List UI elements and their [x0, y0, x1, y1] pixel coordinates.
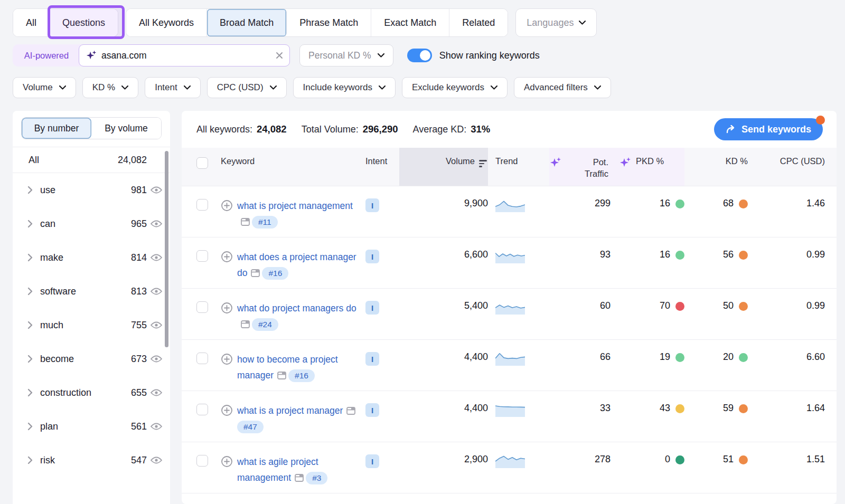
serp-features-icon[interactable] — [241, 320, 250, 328]
sidebar-group-item[interactable]: software 813 — [13, 274, 170, 308]
ranking-position-badge[interactable]: #11 — [252, 216, 278, 229]
sidebar-group-item[interactable]: use 981 — [13, 173, 170, 207]
add-keyword-icon[interactable] — [221, 199, 233, 212]
header-pkd[interactable]: PKD % — [611, 148, 684, 186]
filter-advanced[interactable]: Advanced filters — [514, 77, 611, 98]
header-intent[interactable]: Intent — [365, 148, 399, 186]
eye-icon[interactable] — [150, 355, 163, 363]
sidebar-group-item[interactable]: become 673 — [13, 342, 170, 376]
row-checkbox[interactable] — [196, 353, 208, 364]
intent-badge[interactable]: I — [365, 403, 379, 417]
row-checkbox[interactable] — [196, 404, 208, 415]
sidebar-item-all[interactable]: All 24,082 — [13, 147, 170, 173]
eye-icon[interactable] — [150, 287, 163, 296]
personal-kd-dropdown[interactable]: Personal KD % — [299, 44, 393, 66]
languages-dropdown[interactable]: Languages — [515, 8, 597, 37]
sidebar-group-item[interactable]: plan 561 — [13, 410, 170, 443]
search-input[interactable] — [101, 50, 276, 61]
select-all-checkbox[interactable] — [196, 157, 208, 169]
intent-badge[interactable]: I — [365, 454, 379, 468]
filter-include-keywords[interactable]: Include keywords — [293, 77, 396, 98]
header-cpc[interactable]: CPC (USD) — [748, 148, 825, 186]
eye-icon[interactable] — [150, 321, 163, 329]
pkd-value: 0 — [665, 454, 670, 465]
keyword-link[interactable]: what is project management — [237, 201, 353, 211]
row-checkbox[interactable] — [196, 250, 208, 262]
eye-icon[interactable] — [150, 253, 163, 262]
eye-icon[interactable] — [150, 422, 163, 431]
tab-all-keywords[interactable]: All Keywords — [126, 9, 207, 36]
sidebar-group-item[interactable]: risk 547 — [13, 443, 170, 477]
tab-broad-match[interactable]: Broad Match — [207, 9, 287, 36]
tab-phrase-match[interactable]: Phrase Match — [287, 9, 371, 36]
row-checkbox[interactable] — [196, 301, 208, 313]
chevron-down-icon — [379, 85, 386, 90]
header-intent-label: Intent — [365, 156, 387, 166]
ranking-position-badge[interactable]: #3 — [306, 472, 327, 484]
header-trend[interactable]: Trend — [488, 148, 549, 186]
intent-badge[interactable]: I — [365, 250, 379, 263]
filter-cpc[interactable]: CPC (USD) — [207, 77, 287, 98]
eye-icon[interactable] — [150, 388, 163, 397]
header-kd[interactable]: KD % — [684, 148, 748, 186]
pkd-value: 43 — [660, 403, 670, 414]
sidebar-group-item[interactable]: can 965 — [13, 207, 170, 241]
tab-by-number[interactable]: By number — [22, 118, 91, 139]
keyword-link[interactable]: what is a project manager — [237, 405, 343, 416]
tab-questions[interactable]: Questions — [50, 9, 118, 36]
ranking-position-badge[interactable]: #16 — [288, 369, 315, 382]
serp-features-icon[interactable] — [241, 218, 250, 226]
filter-exclude-keywords[interactable]: Exclude keywords — [402, 77, 508, 98]
ai-search-wrapper: AI-powered — [13, 44, 290, 66]
keyword-link[interactable]: what do project managers do — [237, 303, 356, 313]
filter-volume[interactable]: Volume — [13, 77, 76, 98]
header-volume[interactable]: Volume — [399, 148, 488, 186]
intent-badge[interactable]: I — [365, 301, 379, 315]
tab-by-volume[interactable]: By volume — [91, 118, 161, 139]
row-checkbox[interactable] — [196, 199, 208, 211]
eye-icon[interactable] — [150, 220, 163, 228]
add-keyword-icon[interactable] — [221, 455, 233, 468]
group-count: 561 — [131, 421, 147, 432]
ranking-position-badge[interactable]: #24 — [252, 318, 278, 331]
filter-intent[interactable]: Intent — [145, 77, 201, 98]
header-pot-traffic[interactable]: Pot. Traffic — [549, 148, 611, 186]
add-keyword-icon[interactable] — [221, 404, 233, 416]
keyword-link[interactable]: how to become a project manager — [237, 354, 338, 381]
sidebar-group-item[interactable]: much 755 — [13, 308, 170, 342]
sidebar-scrollbar[interactable] — [165, 151, 168, 347]
filter-include-label: Include keywords — [303, 82, 372, 93]
kd-value: 50 — [723, 300, 734, 311]
chevron-right-icon — [27, 220, 33, 228]
intent-badge[interactable]: I — [365, 198, 379, 212]
send-keywords-button[interactable]: Send keywords — [714, 118, 823, 140]
pkd-status-dot — [675, 455, 684, 464]
trend-sparkline — [495, 300, 525, 315]
add-keyword-icon[interactable] — [221, 251, 233, 263]
sidebar-group-item[interactable]: make 814 — [13, 241, 170, 274]
eye-icon[interactable] — [150, 186, 163, 194]
show-ranking-toggle[interactable] — [407, 49, 432, 62]
sidebar-group-item[interactable]: construction 655 — [13, 376, 170, 410]
personal-kd-label: Personal KD % — [308, 50, 371, 61]
add-keyword-icon[interactable] — [221, 302, 233, 314]
ranking-position-badge[interactable]: #47 — [237, 421, 264, 433]
sort-desc-icon — [479, 160, 487, 167]
tab-related[interactable]: Related — [449, 9, 508, 36]
serp-features-icon[interactable] — [295, 474, 304, 482]
filter-kd[interactable]: KD % — [82, 77, 138, 98]
ranking-position-badge[interactable]: #16 — [262, 267, 288, 280]
tab-exact-match[interactable]: Exact Match — [371, 9, 449, 36]
row-checkbox[interactable] — [196, 455, 208, 467]
header-keyword[interactable]: Keyword — [221, 148, 365, 186]
serp-features-icon[interactable] — [277, 372, 286, 379]
add-keyword-icon[interactable] — [221, 353, 233, 365]
tab-all[interactable]: All — [13, 9, 50, 36]
keyword-groups-sidebar: By number By volume All 24,082 use 981 c… — [13, 111, 170, 504]
sidebar-sort-tabs: By number By volume — [21, 117, 162, 139]
serp-features-icon[interactable] — [346, 407, 355, 415]
eye-icon[interactable] — [150, 456, 163, 464]
clear-icon[interactable] — [276, 52, 283, 59]
intent-badge[interactable]: I — [365, 352, 379, 366]
serp-features-icon[interactable] — [251, 269, 260, 277]
